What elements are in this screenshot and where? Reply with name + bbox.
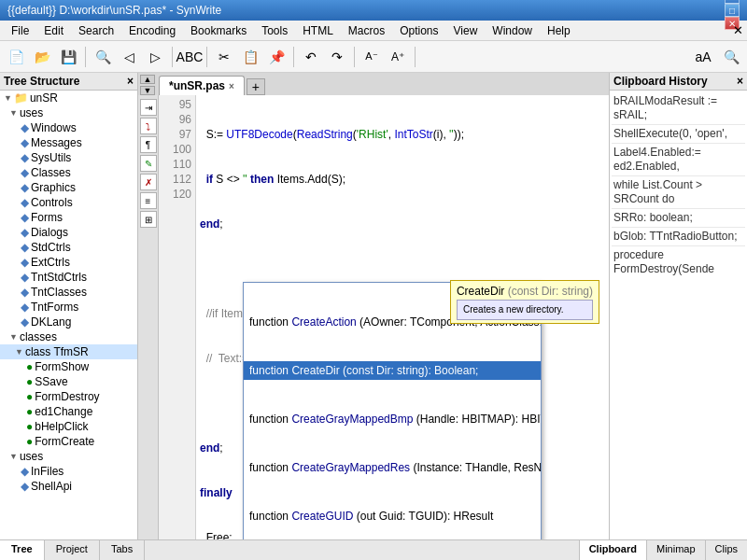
title-bar: {{default}} D:\workdir\unSR.pas* - SynWr… <box>0 0 747 21</box>
tree-item-bhelpclick[interactable]: ● bHelpClick <box>0 419 137 434</box>
tree-item-ssave[interactable]: ● SSave <box>0 374 137 389</box>
zoom-in-button[interactable]: A⁺ <box>386 45 410 69</box>
tool-btn-3[interactable]: ¶ <box>140 136 157 153</box>
tab-minimap[interactable]: Minimap <box>646 540 705 560</box>
left-nav-up[interactable]: ▲ <box>140 75 155 84</box>
tree-icon-extctrls: ◆ <box>21 256 29 269</box>
tool-btn-1[interactable]: ⇥ <box>140 99 157 116</box>
tree-item-uses1[interactable]: ▼ uses <box>0 105 137 120</box>
find-next-button[interactable]: ▷ <box>143 45 167 69</box>
maximize-button[interactable]: □ <box>725 4 740 17</box>
tree-item-tfmsr[interactable]: ▼ class TfmSR <box>0 344 137 359</box>
arrow-uses1: ▼ <box>9 108 18 118</box>
menu-bar: File Edit Search Encoding Bookmarks Tool… <box>0 21 747 41</box>
code-tools-sidebar: ⇥ ⤵ ¶ ✎ ✗ ≡ ⊞ <box>138 95 159 539</box>
tree-close-icon[interactable]: × <box>127 75 134 88</box>
tree-item-uses2[interactable]: ▼ uses <box>0 449 137 464</box>
spell-button[interactable]: ABC <box>177 45 202 69</box>
tree-item-extctrls[interactable]: ◆ ExtCtrls <box>0 255 137 270</box>
ac-item-4[interactable]: function CreateGrayMappedRes (Instance: … <box>244 458 541 477</box>
tree-item-windows[interactable]: ◆ Windows <box>0 120 137 135</box>
new-button[interactable]: 📄 <box>4 45 28 69</box>
tree-item-sysutils[interactable]: ◆ SysUtils <box>0 150 137 165</box>
tool-btn-7[interactable]: ⊞ <box>140 211 157 228</box>
editor-container[interactable]: ⇥ ⤵ ¶ ✎ ✗ ≡ ⊞ 95 96 97 100 <box>138 95 609 539</box>
tree-item-dialogs[interactable]: ◆ Dialogs <box>0 225 137 240</box>
menu-file[interactable]: File <box>4 22 36 39</box>
tree-item-tntclasses[interactable]: ◆ TntClasses <box>0 285 137 300</box>
undo-button[interactable]: ↶ <box>299 45 323 69</box>
tab-add-button[interactable]: + <box>247 78 265 95</box>
tree-item-stdctrls[interactable]: ◆ StdCtrls <box>0 240 137 255</box>
menu-edit[interactable]: Edit <box>36 22 71 39</box>
search-toolbar-button[interactable]: 🔍 <box>719 45 743 69</box>
save-button[interactable]: 💾 <box>56 45 80 69</box>
clipboard-close-icon[interactable]: × <box>737 75 743 88</box>
tree-item-formshow[interactable]: ● FormShow <box>0 359 137 374</box>
menu-tools[interactable]: Tools <box>254 22 295 39</box>
tree-item-formdestroy[interactable]: ● FormDestroy <box>0 389 137 404</box>
tool-btn-4[interactable]: ✎ <box>140 155 157 172</box>
tree-item-tntstdctrls[interactable]: ◆ TntStdCtrls <box>0 270 137 285</box>
clipboard-item-5[interactable]: SRRo: boolean; <box>612 209 745 228</box>
tree-item-unsr[interactable]: ▼ 📁 unSR <box>0 91 137 105</box>
menu-html[interactable]: HTML <box>295 22 341 39</box>
tree-item-graphics[interactable]: ◆ Graphics <box>0 180 137 195</box>
menu-help[interactable]: Help <box>540 22 578 39</box>
menu-view[interactable]: View <box>446 22 486 39</box>
line-num-96: 96 <box>159 112 191 127</box>
tab-tree[interactable]: Tree <box>0 540 45 560</box>
clipboard-item-2[interactable]: ShellExecute(0, 'open', <box>612 125 745 144</box>
clipboard-item-1[interactable]: bRAILModaResult := sRAIL; <box>612 92 745 125</box>
menu-bookmarks[interactable]: Bookmarks <box>183 22 254 39</box>
tree-item-ed1change[interactable]: ● ed1Change <box>0 404 137 419</box>
clipboard-item-3[interactable]: Label4.Enabled:= ed2.Enabled, <box>612 144 745 176</box>
ac-item-3[interactable]: function CreateGrayMappedBmp (Handle: HB… <box>244 410 541 428</box>
tree-item-forms[interactable]: ◆ Forms <box>0 210 137 225</box>
tree-item-shellapi[interactable]: ◆ ShellApi <box>0 479 137 494</box>
code-editor[interactable]: S:= UTF8Decode(ReadString('RHist', IntTo… <box>196 95 609 539</box>
menu-macros[interactable]: Macros <box>341 22 392 39</box>
clipboard-item-6[interactable]: bGlob: TTntRadioButton; <box>612 228 745 246</box>
tree-icon-formshow: ● <box>26 360 33 373</box>
font-size-button[interactable]: aA <box>691 45 715 69</box>
tab-close-unsr[interactable]: × <box>229 81 234 91</box>
tree-icon-tntstdctrls: ◆ <box>21 271 29 284</box>
tab-bar: ▲ ▼ *unSR.pas × + <box>138 73 609 95</box>
tool-btn-2[interactable]: ⤵ <box>140 118 157 134</box>
tab-tabs[interactable]: Tabs <box>100 540 145 560</box>
tree-item-tntforms[interactable]: ◆ TntForms <box>0 300 137 315</box>
zoom-out-button[interactable]: A⁻ <box>359 45 384 69</box>
tool-btn-5[interactable]: ✗ <box>140 174 157 190</box>
line-num-120: 120 <box>159 187 191 202</box>
clipboard-header: Clipboard History × <box>610 73 747 91</box>
tree-item-messages[interactable]: ◆ Messages <box>0 135 137 150</box>
clipboard-item-4[interactable]: while List.Count > SRCount do <box>612 176 745 209</box>
menu-search[interactable]: Search <box>71 22 121 39</box>
tree-item-classes-group[interactable]: ▼ classes <box>0 329 137 344</box>
left-nav-down[interactable]: ▼ <box>140 86 155 95</box>
tree-item-dklang[interactable]: ◆ DKLang <box>0 315 137 329</box>
ac-item-5[interactable]: function CreateGUID (out Guid: TGUID): H… <box>244 507 541 525</box>
menu-window[interactable]: Window <box>485 22 540 39</box>
tree-item-classes-leaf[interactable]: ◆ Classes <box>0 165 137 180</box>
tool-btn-6[interactable]: ≡ <box>140 192 157 209</box>
redo-button[interactable]: ↷ <box>325 45 349 69</box>
find-prev-button[interactable]: ◁ <box>117 45 141 69</box>
menu-encoding[interactable]: Encoding <box>121 22 183 39</box>
paste-button[interactable]: 📌 <box>264 45 289 69</box>
tab-project[interactable]: Project <box>45 540 100 560</box>
ac-item-2-selected[interactable]: function CreateDir (const Dir: string): … <box>244 361 541 380</box>
tab-unsr[interactable]: *unSR.pas × <box>159 76 245 95</box>
tree-item-infiles[interactable]: ◆ InFiles <box>0 464 137 479</box>
menu-options[interactable]: Options <box>392 22 445 39</box>
find-button[interactable]: 🔍 <box>91 45 115 69</box>
cut-button[interactable]: ✂ <box>212 45 236 69</box>
tree-item-controls[interactable]: ◆ Controls <box>0 195 137 210</box>
tab-clipboard[interactable]: Clipboard <box>579 540 646 560</box>
clipboard-item-7[interactable]: procedure FormDestroy(Sende <box>612 246 745 278</box>
copy-button[interactable]: 📋 <box>238 45 262 69</box>
open-button[interactable]: 📂 <box>30 45 54 69</box>
tree-item-formcreate[interactable]: ● FormCreate <box>0 434 137 449</box>
tab-clips[interactable]: Clips <box>705 540 747 560</box>
